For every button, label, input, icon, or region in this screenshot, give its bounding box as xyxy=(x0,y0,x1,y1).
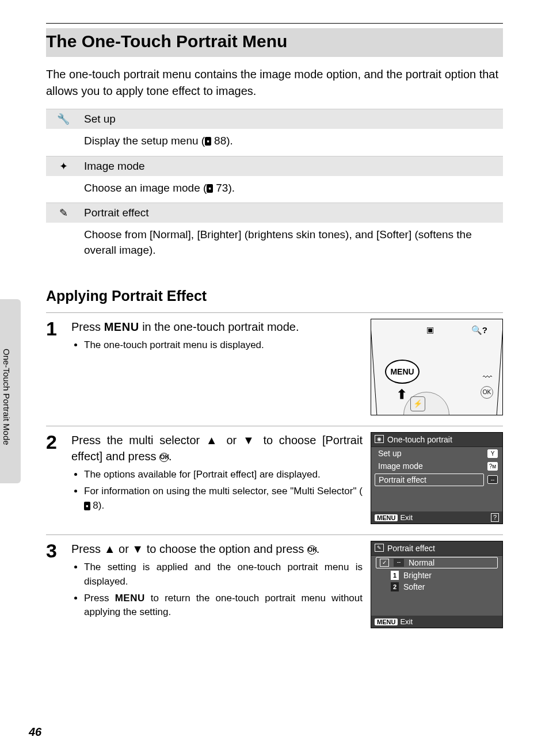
s2-b2-ref: 8 xyxy=(93,500,98,511)
page-content: The One-Touch Portrait Menu The one-touc… xyxy=(0,0,549,662)
menu-label-inline: MENU xyxy=(115,593,145,604)
option-setup-head: 🔧 Set up xyxy=(46,109,503,129)
lcd2-title: Portrait effect xyxy=(387,544,435,553)
wave-icon: 〰 xyxy=(483,372,492,383)
wrench-icon: 🔧 xyxy=(52,113,75,125)
option-2-icon: 2 xyxy=(391,582,399,591)
step-2-body: Press the multi selector ▲ or ▼ to choos… xyxy=(71,432,371,524)
menu-button-label: MENU xyxy=(375,514,398,521)
ok-icon: OK xyxy=(159,453,169,462)
page-ref-icon: ▪ xyxy=(207,184,213,193)
lcd-screen-menu: ◉ One-touch portrait Set up Y Image mode… xyxy=(371,432,503,524)
step-3-figure: ✎ Portrait effect ✓ -- Normal 1 Brighter… xyxy=(371,541,503,628)
option-setup-body: Display the setup menu (▪ 88). xyxy=(46,129,503,156)
s3-end: . xyxy=(317,543,320,555)
option-portrait-label: Portrait effect xyxy=(75,207,149,219)
dash-icon: -- xyxy=(394,559,404,567)
imagemode-ref: 73 xyxy=(216,182,228,194)
setup-desc-pre: Display the setup menu ( xyxy=(84,135,205,147)
step-2-bullet-1: The options available for [Portrait effe… xyxy=(84,468,363,482)
s2-text: Press the multi selector ▲ or ▼ to choos… xyxy=(71,434,363,463)
checkmark-icon: ✓ xyxy=(380,559,389,567)
lcd1-row-imagemode: Image mode ?м xyxy=(371,460,502,472)
lcd1-row-imagemode-label: Image mode xyxy=(378,461,423,471)
lcd2-row-softer-label: Softer xyxy=(403,582,425,591)
step-3-body: Press ▲ or ▼ to choose the option and pr… xyxy=(71,541,371,628)
page-ref-icon: ▪ xyxy=(205,137,211,146)
size-icon: ?м xyxy=(487,462,498,471)
imagemode-desc-post: ). xyxy=(228,182,235,194)
step-2: 2 Press the multi selector ▲ or ▼ to cho… xyxy=(46,426,503,534)
wrench-icon: Y xyxy=(487,449,498,458)
menu-label-inline: MENU xyxy=(104,320,139,333)
lcd2-exit: Exit xyxy=(400,617,413,626)
step-2-figure: ◉ One-touch portrait Set up Y Image mode… xyxy=(371,432,503,524)
portrait-mode-icon: ◉ xyxy=(375,435,384,443)
option-imagemode-body: Choose an image mode (▪ 73). xyxy=(46,176,503,203)
s1-text-a: Press xyxy=(71,320,104,333)
lcd1-row-setup-label: Set up xyxy=(378,449,401,458)
menu-button-label: MENU xyxy=(375,618,398,625)
step-1-main: Press MENU in the one-touch portrait mod… xyxy=(71,319,363,335)
step-1-number: 1 xyxy=(46,319,71,415)
ok-button-icon: OK xyxy=(481,386,493,399)
portrait-effect-icon: ✎ xyxy=(52,207,75,219)
zoom-help-icon: 🔍? xyxy=(471,325,487,335)
step-3: 3 Press ▲ or ▼ to choose the option and … xyxy=(46,534,503,639)
imagemode-desc-pre: Choose an image mode ( xyxy=(84,182,207,194)
lcd2-row-normal-selected: ✓ -- Normal xyxy=(376,557,498,568)
lcd1-title: One-touch portrait xyxy=(387,435,452,444)
option-portrait-body: Choose from [Normal], [Brighter] (bright… xyxy=(46,223,503,265)
flash-icon: ⚡ xyxy=(410,396,425,411)
help-icon: ? xyxy=(491,513,499,522)
lcd2-row-brighter-label: Brighter xyxy=(403,571,432,580)
s2-b2-text: For information on using the multi selec… xyxy=(84,486,363,497)
s1-text-b: in the one-touch portrait mode. xyxy=(139,320,299,333)
page-number: 46 xyxy=(29,726,41,739)
setup-desc-post: ). xyxy=(226,135,233,147)
s3-b2-pre: Press xyxy=(84,593,115,604)
lcd2-title-bar: ✎ Portrait effect xyxy=(371,541,502,556)
intro-paragraph: The one-touch portrait menu contains the… xyxy=(46,66,503,100)
lcd2-footer: MENUExit xyxy=(371,616,502,628)
lcd1-row-setup: Set up Y xyxy=(371,447,502,460)
page-ref-icon: ▪ xyxy=(84,502,90,510)
step-1-body: Press MENU in the one-touch portrait mod… xyxy=(71,319,371,415)
step-2-main: Press the multi selector ▲ or ▼ to choos… xyxy=(71,432,363,464)
lcd-screen-options: ✎ Portrait effect ✓ -- Normal 1 Brighter… xyxy=(371,541,503,628)
option-portrait-head: ✎ Portrait effect xyxy=(46,203,503,223)
option-imagemode-head: ✦ Image mode xyxy=(46,156,503,176)
step-3-number: 3 xyxy=(46,541,71,628)
s3-text: Press ▲ or ▼ to choose the option and pr… xyxy=(71,543,307,555)
lcd1-row-portrait-selected: Portrait effect xyxy=(375,474,484,486)
lcd2-row-brighter: 1 Brighter xyxy=(371,570,502,581)
option-setup-label: Set up xyxy=(75,113,116,125)
step-2-number: 2 xyxy=(46,432,71,524)
step-1-figure: ▣ 🔍? MENU ⬆ ⚡ 〰 OK xyxy=(371,319,503,415)
lcd1-footer: MENUExit ? xyxy=(371,511,502,524)
s2-b2-end: ). xyxy=(98,500,104,511)
lcd1-exit: Exit xyxy=(400,513,413,522)
lcd2-row-softer: 2 Softer xyxy=(371,581,502,593)
top-rule xyxy=(46,23,503,24)
dash-icon: -- xyxy=(487,475,498,484)
option-1-icon: 1 xyxy=(391,571,399,580)
ok-icon: OK xyxy=(307,545,317,555)
step-3-main: Press ▲ or ▼ to choose the option and pr… xyxy=(71,541,363,557)
page-title: The One-Touch Portrait Menu xyxy=(46,28,503,57)
step-3-bullet-2: Press MENU to return the one-touch portr… xyxy=(84,591,363,620)
portrait-effect-icon: ✎ xyxy=(375,544,384,552)
lcd1-row-portrait-label: Portrait effect xyxy=(379,475,426,484)
step-1: 1 Press MENU in the one-touch portrait m… xyxy=(46,312,503,426)
lcd2-row-normal-label: Normal xyxy=(409,558,434,567)
section-subtitle: Applying Portrait Effect xyxy=(46,288,503,304)
option-imagemode-label: Image mode xyxy=(75,160,145,173)
setup-ref: 88 xyxy=(214,135,226,147)
s2-end: . xyxy=(169,450,172,463)
step-1-bullet-1: The one-touch portrait menu is displayed… xyxy=(84,338,363,353)
step-3-bullet-1: The setting is applied and the one-touch… xyxy=(84,560,363,589)
option-table: 🔧 Set up Display the setup menu (▪ 88). … xyxy=(46,109,503,265)
camera-illustration: ▣ 🔍? MENU ⬆ ⚡ 〰 OK xyxy=(371,319,503,415)
lcd1-title-bar: ◉ One-touch portrait xyxy=(371,433,502,447)
image-mode-icon: ✦ xyxy=(52,160,75,173)
